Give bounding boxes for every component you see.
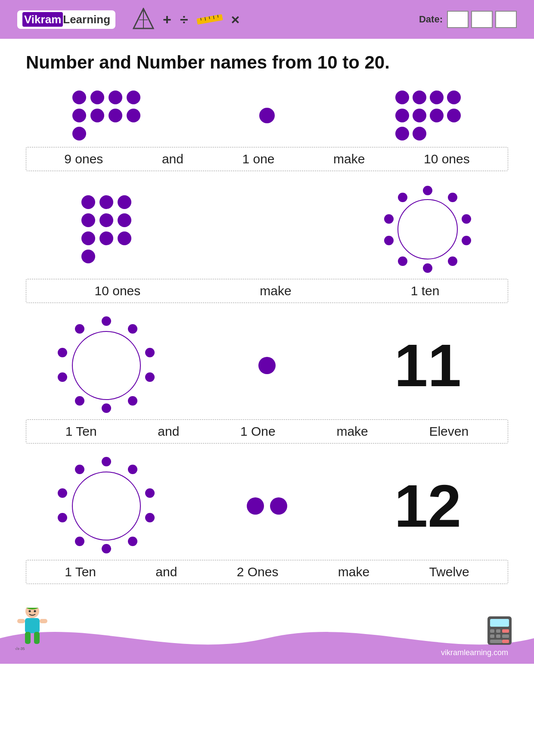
logo-learning: Learning: [63, 13, 110, 26]
dot-row-3: [72, 127, 86, 141]
circle-dot-1: [423, 186, 432, 195]
dot: [81, 231, 95, 245]
one-dot-visual: [186, 108, 347, 123]
svg-rect-12: [25, 632, 31, 644]
nine-ones-visual: [26, 91, 186, 141]
circle-dot-3-8: [58, 372, 67, 382]
circle-ten-left-3: [26, 318, 186, 413]
svg-rect-14: [17, 619, 25, 623]
ten-ones-visual-right: [348, 91, 508, 141]
label-twelve: Twelve: [429, 565, 469, 579]
dot: [430, 91, 444, 104]
label-2ones-4: 2 Ones: [237, 565, 279, 579]
date-box-3[interactable]: [495, 11, 517, 28]
circle-dot-10: [398, 193, 407, 202]
ten-ones-left-visual: [26, 195, 186, 263]
label-and-1: and: [162, 152, 183, 166]
circle-dot-4-7: [75, 537, 84, 546]
section-1-visuals: [26, 86, 508, 147]
logo: VikramLearning: [17, 10, 115, 29]
dot: [395, 109, 409, 122]
date-label-text: Date:: [419, 14, 443, 25]
dot-4-1: [247, 497, 264, 515]
dot: [90, 109, 104, 122]
dot: [430, 109, 444, 122]
section-2-visuals: [26, 182, 508, 279]
circle-outline-4: [72, 472, 141, 540]
section-3-visuals: 11: [26, 314, 508, 419]
circle-dot-3: [462, 214, 471, 224]
dot: [413, 109, 426, 122]
main-content: Number and Number names from 10 to 20.: [0, 39, 534, 603]
section-3-labels: 1 Ten and 1 One make Eleven: [26, 419, 508, 444]
svg-point-16: [29, 610, 31, 612]
label-10ones: 10 ones: [424, 152, 470, 166]
circle-dot-3-1: [102, 316, 111, 326]
label-make-1: make: [333, 152, 365, 166]
kid-figure-icon: √x-35: [13, 608, 52, 651]
dot: [118, 195, 131, 209]
section-1: 9 ones and 1 one make 10 ones: [26, 86, 508, 171]
circle-dot-3-7: [75, 396, 84, 406]
date-section: Date:: [419, 11, 517, 28]
header: VikramLearning + ÷ × Date:: [0, 0, 534, 39]
circle-dot-3-9: [58, 348, 67, 357]
section-2-labels: 10 ones make 1 ten: [26, 279, 508, 303]
page-title: Number and Number names from 10 to 20.: [26, 52, 508, 73]
big-number-11: 11: [348, 335, 508, 396]
footer: √x-35 vikramlearning.com: [0, 608, 534, 664]
svg-rect-28: [502, 640, 509, 643]
circle-dots: [385, 186, 471, 272]
dot: [447, 91, 461, 104]
number-11: 11: [394, 335, 461, 396]
one-dot-3: [186, 357, 347, 374]
circle-dot-3-2: [128, 324, 137, 334]
circle-dot-3-10: [75, 324, 84, 334]
dot: [81, 195, 95, 209]
circle-dot-4-10: [75, 465, 84, 474]
logo-vikram: Vikram: [22, 12, 63, 27]
section-3: 11 1 Ten and 1 One make Eleven: [26, 314, 508, 444]
svg-rect-27: [490, 640, 502, 643]
plus-icon: +: [163, 11, 171, 28]
dot: [395, 127, 409, 141]
circle-dot-4-9: [58, 488, 67, 498]
circle-dots-3: [59, 318, 154, 413]
divide-icon: ÷: [180, 11, 188, 28]
dot: [447, 109, 461, 122]
circle-outline-3: [72, 331, 141, 400]
dot: [72, 91, 86, 104]
label-1one-3: 1 One: [240, 424, 276, 439]
label-1one: 1 one: [242, 152, 274, 166]
single-dot-3: [258, 357, 276, 374]
circle-dot-3-4: [145, 372, 155, 382]
label-make-4: make: [338, 565, 369, 579]
dot: [109, 91, 122, 104]
circle-ten-right: [348, 186, 508, 272]
label-1ten-4: 1 Ten: [65, 565, 96, 579]
dot: [99, 231, 113, 245]
dot: [81, 213, 95, 227]
dot: [127, 109, 140, 122]
dot: [127, 91, 140, 104]
two-dots-4: [186, 497, 347, 515]
label-and-4: and: [155, 565, 177, 579]
circle-dot-7: [398, 256, 407, 266]
circle-dot-4-8: [58, 513, 67, 522]
ruler-icon: [196, 12, 223, 26]
section-4-visuals: 12: [26, 454, 508, 560]
dot: [118, 213, 131, 227]
ten-dots-left: [81, 195, 131, 263]
svg-rect-21: [490, 629, 494, 633]
svg-rect-26: [502, 634, 509, 638]
date-boxes: [447, 11, 517, 28]
svg-text:√x-35: √x-35: [15, 647, 25, 651]
svg-rect-22: [496, 629, 500, 633]
circle-dot-4-4: [145, 513, 155, 522]
big-number-12: 12: [348, 476, 508, 536]
date-box-2[interactable]: [471, 11, 493, 28]
svg-rect-3: [196, 14, 223, 25]
dot: [118, 231, 131, 245]
date-box-1[interactable]: [447, 11, 469, 28]
label-make-2: make: [260, 284, 291, 298]
